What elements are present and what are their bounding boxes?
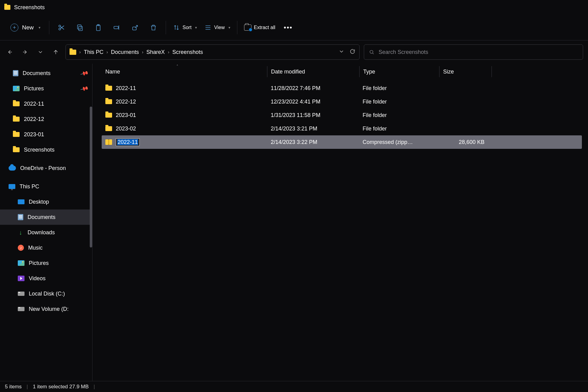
chevron-right-icon: › [107,50,108,55]
sidebar-item-documents[interactable]: Documents 📌 [0,66,92,81]
sidebar-item-pictures[interactable]: Pictures 📌 [0,81,92,96]
address-dropdown-button[interactable] [338,48,345,56]
chevron-down-icon [338,48,345,55]
file-row[interactable]: 2023-02 2/14/2023 3:21 PM File folder [102,122,582,135]
sidebar-item-folder[interactable]: Screenshots [0,142,92,157]
sidebar-item-disk-d[interactable]: New Volume (D: [0,301,92,317]
music-icon: ♪ [18,245,24,251]
view-button-label: View [214,25,224,30]
back-button[interactable] [4,47,15,58]
svg-rect-2 [79,26,82,31]
paste-button[interactable] [90,20,107,36]
sidebar-item-label: This PC [20,183,39,190]
up-button[interactable] [50,47,61,58]
forward-button[interactable] [20,47,31,58]
sidebar-item-documents[interactable]: Documents [0,209,92,225]
file-name: 2023-02 [116,126,136,132]
svg-point-8 [370,50,373,53]
breadcrumb-segment[interactable]: Documents [111,49,139,55]
sort-button-label: Sort [183,25,191,30]
sidebar-item-downloads[interactable]: ↓ Downloads [0,225,92,240]
extract-all-button[interactable]: → Extract all [241,20,278,36]
column-separator[interactable] [492,66,492,77]
scrollbar-thumb[interactable] [90,107,92,247]
sidebar-item-onedrive[interactable]: OneDrive - Person [0,160,92,176]
search-input[interactable] [379,49,578,55]
address-bar[interactable]: › This PC › Documents › ShareX › Screens… [66,44,360,60]
folder-icon [13,132,20,137]
extract-icon: → [244,24,251,31]
file-row-selected[interactable]: 2022-11 2/14/2023 3:22 PM Compressed (zi… [102,135,582,149]
file-name: 2023-01 [116,112,136,119]
file-type: File folder [363,85,387,92]
status-item-count: 5 items [5,384,22,390]
scissors-icon [58,24,65,31]
toolbar-separator [49,21,49,34]
cloud-icon [9,166,16,171]
monitor-icon [9,184,15,189]
breadcrumb-segment[interactable]: ShareX [146,49,165,55]
file-rows: 2022-11 11/28/2022 7:46 PM File folder 2… [102,80,582,149]
sidebar-item-folder[interactable]: 2022-11 [0,96,92,111]
breadcrumb-segment[interactable]: This PC [84,49,104,55]
breadcrumb-segment[interactable]: Screenshots [172,49,203,55]
folder-icon [13,147,20,152]
rename-button[interactable] [108,20,125,36]
file-row[interactable]: 2022-12 12/23/2022 4:41 PM File folder [102,95,582,108]
sidebar-item-videos[interactable]: Videos [0,271,92,286]
more-button[interactable]: ••• [280,20,297,36]
document-icon [13,70,18,76]
sidebar-scrollbar[interactable] [89,64,92,381]
file-date: 1/31/2023 11:58 PM [271,112,320,119]
sidebar-item-folder[interactable]: 2023-01 [0,127,92,142]
desktop-icon [18,199,24,204]
delete-button[interactable] [145,20,162,36]
new-button-label: New [22,24,34,31]
column-header-name[interactable]: Name [102,64,267,80]
sidebar-item-desktop[interactable]: Desktop [0,194,92,209]
rename-input[interactable]: 2022-11 [116,138,140,146]
rename-icon [113,24,120,31]
file-row[interactable]: 2022-11 11/28/2022 7:46 PM File folder [102,81,582,95]
cut-button[interactable] [53,20,70,36]
sidebar-item-label: Pictures [24,85,44,92]
svg-rect-3 [77,25,81,29]
view-icon [204,24,212,31]
sort-button[interactable]: Sort ▾ [170,20,200,36]
breadcrumb: › This PC › Documents › ShareX › Screens… [79,49,203,55]
folder-icon [13,117,20,122]
clipboard-icon [95,24,102,31]
column-header-size[interactable]: Size [439,64,492,80]
sidebar-item-pictures[interactable]: Pictures [0,255,92,271]
view-button[interactable]: View ▾ [201,20,233,36]
pin-icon: 📌 [80,69,89,78]
sidebar-item-label: 2023-01 [24,131,44,138]
sidebar-item-label: Screenshots [24,147,55,153]
column-header-date[interactable]: Date modified [267,64,359,80]
new-button[interactable]: + New ▾ [6,20,45,36]
chevron-right-icon: › [168,50,169,55]
body: Documents 📌 Pictures 📌 2022-11 2022-12 2… [0,64,588,381]
folder-icon [4,5,10,10]
status-bar: 5 items | 1 item selected 27.9 MB | [0,381,588,392]
folder-icon [105,99,112,104]
copy-button[interactable] [71,20,89,36]
trash-icon [150,24,157,31]
recent-locations-button[interactable] [35,47,46,58]
sidebar-item-thispc[interactable]: This PC [0,179,92,194]
search-box[interactable] [364,44,583,60]
sort-indicator-icon: ˄ [176,64,178,69]
column-header-type[interactable]: Type [360,64,439,80]
file-row[interactable]: 2023-01 1/31/2023 11:58 PM File folder [102,108,582,122]
sidebar-item-label: OneDrive - Person [20,165,66,172]
toolbar-separator [237,21,237,34]
status-separator: | [94,384,95,390]
share-button[interactable] [126,20,144,36]
sidebar-item-music[interactable]: ♪ Music [0,240,92,255]
sidebar-item-disk-c[interactable]: Local Disk (C:) [0,286,92,301]
sidebar-item-label: Local Disk (C:) [29,291,65,297]
refresh-button[interactable] [349,48,356,56]
sidebar-item-folder[interactable]: 2022-12 [0,111,92,127]
toolbar-separator [166,21,166,34]
svg-point-0 [59,25,61,27]
